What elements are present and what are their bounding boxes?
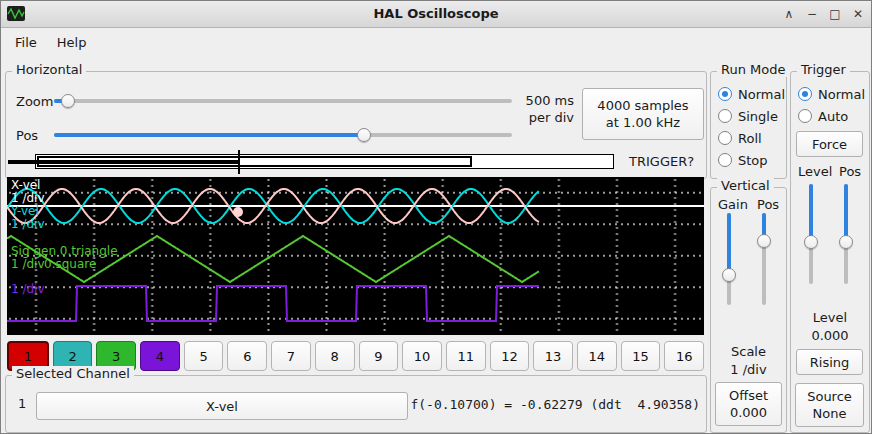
timeline-data-bar — [8, 160, 239, 164]
channel-button-14[interactable]: 14 — [577, 341, 617, 371]
radio-circle[interactable] — [798, 109, 812, 123]
channel-button-6[interactable]: 6 — [227, 341, 267, 371]
trigger-level-slider-handle[interactable] — [804, 235, 818, 249]
radio-label: Normal — [818, 87, 865, 102]
trigger-question-label: TRIGGER? — [629, 154, 694, 169]
radio-circle[interactable] — [718, 131, 732, 145]
pos-label: Pos — [16, 128, 38, 143]
channel-button-13[interactable]: 13 — [533, 341, 573, 371]
channel-button-9[interactable]: 9 — [359, 341, 399, 371]
trigger-level-slider-fill — [809, 184, 813, 242]
radio-normal[interactable]: Normal — [798, 83, 865, 105]
channel-button-4[interactable]: 4 — [140, 341, 180, 371]
radio-stop[interactable]: Stop — [718, 149, 785, 171]
scale-caption: Scale — [711, 344, 786, 359]
channel-name-button[interactable]: X-vel — [36, 392, 408, 420]
pos-slider-handle[interactable] — [357, 128, 371, 142]
zoom-slider-handle[interactable] — [61, 94, 75, 108]
trigger-level-value: 0.000 — [791, 328, 869, 343]
channel-button-15[interactable]: 15 — [621, 341, 661, 371]
samples-button[interactable]: 4000 samples at 1.00 kHz — [582, 88, 704, 140]
radio-label: Roll — [738, 131, 762, 146]
horizontal-group: Horizontal Zoom 500 ms per div 4000 samp… — [5, 71, 707, 179]
scale-value: 1 /div — [711, 362, 786, 377]
zoom-slider[interactable] — [54, 93, 512, 109]
trigger-level-slider[interactable] — [803, 184, 819, 284]
timeline-trigger-marker[interactable] — [238, 150, 240, 174]
trigger-group: Trigger NormalAuto Force Level Pos Level… — [790, 71, 870, 433]
channel-button-10[interactable]: 10 — [402, 341, 442, 371]
force-button[interactable]: Force — [796, 131, 863, 157]
per-div-readout: 500 ms per div — [514, 92, 574, 126]
trigger-options: NormalAuto — [798, 83, 865, 127]
titlebar[interactable]: HAL Oscilloscope ∧−□✕ — [1, 1, 871, 28]
vertical-pos-header: Pos — [757, 197, 779, 212]
gain-slider[interactable] — [721, 213, 737, 305]
offset-value: 0.000 — [730, 404, 767, 421]
selected-channel-group-label: Selected Channel — [12, 366, 134, 381]
sample-marker — [233, 207, 243, 217]
radio-normal[interactable]: Normal — [718, 83, 785, 105]
minimize-icon[interactable]: − — [805, 7, 819, 21]
channel-button-12[interactable]: 12 — [490, 341, 530, 371]
close-icon[interactable]: ✕ — [851, 7, 865, 21]
samples-line2: at 1.00 kHz — [606, 114, 680, 131]
slope-button[interactable]: Rising — [796, 349, 863, 375]
gain-slider-handle[interactable] — [722, 268, 736, 282]
gain-header: Gain — [718, 197, 748, 212]
app-window: HAL Oscilloscope ∧−□✕ File Help Horizont… — [0, 0, 872, 434]
vertical-pos-slider[interactable] — [756, 213, 772, 305]
selected-channel-number: 1 — [18, 396, 26, 411]
timeline-overview[interactable] — [8, 150, 630, 174]
samples-line1: 4000 samples — [597, 97, 688, 114]
zoom-slider-track[interactable] — [54, 99, 512, 103]
channel-readout: f(-0.10700) = -0.62279 (ddt 4.90358) — [410, 397, 700, 412]
horizontal-group-label: Horizontal — [12, 62, 86, 77]
pos-slider[interactable] — [54, 127, 512, 143]
radio-circle[interactable] — [718, 87, 732, 101]
per-div-unit: per div — [514, 109, 574, 126]
vertical-group: Vertical Gain Pos Scale 1 /div Offset 0.… — [710, 187, 787, 433]
radio-label: Single — [738, 109, 778, 124]
channel-label: 1 /div — [11, 218, 45, 231]
pos-slider-fill — [54, 133, 364, 137]
source-caption: Source — [807, 388, 852, 405]
channel-label: 0.square — [44, 258, 96, 271]
radio-circle[interactable] — [718, 153, 732, 167]
run-mode-options: NormalSingleRollStop — [718, 83, 785, 171]
radio-label: Auto — [818, 109, 848, 124]
radio-circle[interactable] — [718, 109, 732, 123]
channel-button-16[interactable]: 16 — [664, 341, 704, 371]
scope-display: X-vel1 /divY-vel1 /divSig gen 0.triangle… — [7, 177, 704, 335]
offset-button[interactable]: Offset 0.000 — [715, 382, 782, 426]
radio-single[interactable]: Single — [718, 105, 785, 127]
radio-roll[interactable]: Roll — [718, 127, 785, 149]
radio-auto[interactable]: Auto — [798, 105, 865, 127]
zoom-label: Zoom — [16, 94, 53, 109]
per-div-value: 500 ms — [514, 92, 574, 109]
channel-label: 1 /div — [11, 258, 45, 271]
channel-button-8[interactable]: 8 — [315, 341, 355, 371]
channel-button-5[interactable]: 5 — [184, 341, 224, 371]
maximize-icon[interactable]: □ — [828, 7, 842, 21]
trigger-pos-slider[interactable] — [838, 184, 854, 284]
trigger-pos-slider-handle[interactable] — [839, 235, 853, 249]
trigger-pos-header: Pos — [839, 164, 861, 179]
radio-label: Normal — [738, 87, 785, 102]
channel-label: 1 /div — [11, 283, 45, 296]
vertical-pos-slider-handle[interactable] — [757, 234, 771, 248]
run-mode-group: Run Mode NormalSingleRollStop — [710, 71, 787, 179]
source-value: None — [813, 405, 847, 422]
radio-circle[interactable] — [798, 87, 812, 101]
channel-button-11[interactable]: 11 — [446, 341, 486, 371]
shade-icon[interactable]: ∧ — [782, 7, 796, 21]
radio-label: Stop — [738, 153, 768, 168]
menubar: File Help — [1, 27, 871, 57]
menu-file[interactable]: File — [5, 31, 47, 54]
menu-help[interactable]: Help — [47, 31, 97, 54]
source-button[interactable]: Source None — [795, 383, 864, 427]
selected-channel-group: Selected Channel 1 X-vel f(-0.10700) = -… — [5, 375, 707, 433]
offset-caption: Offset — [729, 387, 768, 404]
window-controls: ∧−□✕ — [782, 1, 865, 27]
channel-button-7[interactable]: 7 — [271, 341, 311, 371]
